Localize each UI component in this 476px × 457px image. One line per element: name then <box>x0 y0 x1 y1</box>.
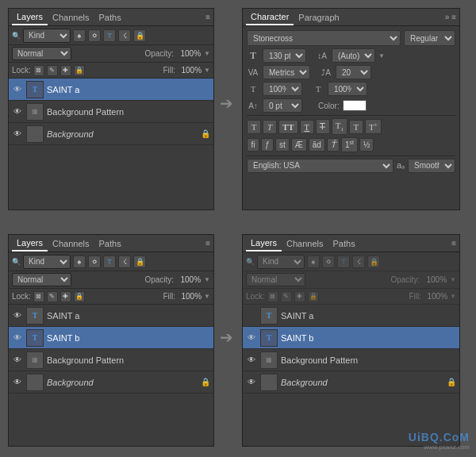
fill-arrow-tl[interactable]: ▼ <box>204 67 210 74</box>
lig-btn-2[interactable]: ƒ <box>261 138 274 152</box>
lig-btn-3[interactable]: st <box>275 138 290 152</box>
tab-paths-tl[interactable]: Paths <box>94 10 126 25</box>
filter-icon3[interactable]: T <box>103 29 116 42</box>
filter-i5-br[interactable]: 🔒 <box>367 255 380 268</box>
lig-btn-7[interactable]: 1st <box>341 137 358 152</box>
lock-px-btn-br[interactable]: ⊠ <box>267 291 278 302</box>
font-size-select[interactable]: 130 pt <box>263 48 306 63</box>
lock-px-btn[interactable]: ⊠ <box>33 65 44 76</box>
type-btn-regular[interactable]: T <box>247 120 261 134</box>
lock-all-btn-bl[interactable]: 🔒 <box>74 291 85 302</box>
eye-icon-br-2[interactable]: 👁 <box>246 332 257 344</box>
tab-layers-br[interactable]: Layers <box>246 236 282 252</box>
eye-icon-2[interactable]: 👁 <box>12 106 23 117</box>
layer-item-br-saint-b[interactable]: 👁 T SAINT b <box>243 327 459 349</box>
panel-menu-bl[interactable]: ≡ <box>205 239 210 248</box>
leading-select[interactable]: (Auto) <box>332 48 375 63</box>
filter-i3-br[interactable]: T <box>337 255 350 268</box>
baseline-select[interactable]: 0 pt <box>263 98 302 113</box>
filter-i1-bl[interactable]: ♠ <box>73 255 86 268</box>
tab-layers-tl[interactable]: Layers <box>12 10 48 25</box>
lock-move-btn-bl[interactable]: ✚ <box>60 291 71 302</box>
horiz-scale-select[interactable]: 100% <box>328 82 367 96</box>
blend-select-br[interactable]: Normal <box>246 273 305 286</box>
eye-icon-br-1[interactable]: 👁 <box>246 310 257 321</box>
tab-layers-bl[interactable]: Layers <box>12 236 48 252</box>
fill-arrow-br[interactable]: ▼ <box>450 293 456 300</box>
vert-scale-select[interactable]: 100% <box>263 82 302 96</box>
layer-item-bl-saint-b[interactable]: 👁 T SAINT b <box>9 327 213 349</box>
filter-icon5[interactable]: 🔒 <box>133 29 146 42</box>
layer-item-br-saint-a[interactable]: 👁 T SAINT a <box>243 305 459 327</box>
lig-btn-1[interactable]: fi <box>247 138 259 152</box>
type-btn-allcaps[interactable]: T1 <box>332 118 347 135</box>
lig-btn-4[interactable]: Æ <box>291 138 307 152</box>
panel-menu-tr[interactable]: » ≡ <box>445 13 456 21</box>
opacity-arrow-tl[interactable]: ▼ <box>204 50 210 57</box>
eye-icon-br-3[interactable]: 👁 <box>246 355 257 366</box>
layer-item-saint-a[interactable]: 👁 T SAINT a <box>9 79 213 101</box>
panel-menu-br[interactable]: ≡ <box>451 239 456 248</box>
type-btn-bold[interactable]: TT <box>278 120 298 134</box>
font-family-select[interactable]: Stonecross <box>247 30 401 46</box>
lock-move-btn[interactable]: ✚ <box>60 65 71 76</box>
filter-select-bl[interactable]: Kind <box>23 255 71 269</box>
opacity-arrow-bl[interactable]: ▼ <box>204 276 210 283</box>
filter-i5-bl[interactable]: 🔒 <box>133 255 146 268</box>
lock-brush-btn-bl[interactable]: ✎ <box>47 291 58 302</box>
tab-paths-br[interactable]: Paths <box>328 236 360 251</box>
tab-character-tr[interactable]: Character <box>246 10 294 25</box>
panel-menu-tl[interactable]: ≡ <box>205 13 210 21</box>
blend-select-bl[interactable]: Normal <box>12 273 71 286</box>
filter-icon4[interactable]: ☇ <box>118 29 131 42</box>
lock-move-btn-br[interactable]: ✚ <box>294 291 305 302</box>
eye-icon-3[interactable]: 👁 <box>12 129 23 140</box>
filter-i2-bl[interactable]: ⭘ <box>88 255 101 268</box>
eye-icon-bl-3[interactable]: 👁 <box>12 355 23 366</box>
filter-icon1[interactable]: ♠ <box>73 29 86 42</box>
eye-icon-br-4[interactable]: 👁 <box>246 377 257 388</box>
filter-i4-br[interactable]: ☇ <box>352 255 365 268</box>
layer-item-bl-bg-pattern[interactable]: 👁 ▦ Background Pattern <box>9 349 213 371</box>
eye-icon-bl-4[interactable]: 👁 <box>12 377 23 388</box>
tab-paragraph-tr[interactable]: Paragraph <box>294 10 344 25</box>
filter-i3-bl[interactable]: T <box>103 255 116 268</box>
layer-item-background[interactable]: 👁 Background 🔒 <box>9 123 213 145</box>
tab-channels-tl[interactable]: Channels <box>48 10 94 25</box>
opacity-arrow-br[interactable]: ▼ <box>450 276 456 283</box>
layer-item-br-bg-pattern[interactable]: 👁 ▦ Background Pattern <box>243 349 459 371</box>
eye-icon-1[interactable]: 👁 <box>12 84 23 95</box>
leading-arrow[interactable]: ▼ <box>378 52 385 60</box>
filter-i1-br[interactable]: ♠ <box>307 255 320 268</box>
layer-item-bl-saint-a[interactable]: 👁 T SAINT a <box>9 305 213 327</box>
type-btn-smallcaps[interactable]: T <box>349 120 363 134</box>
tab-paths-bl[interactable]: Paths <box>94 236 126 251</box>
filter-i2-br[interactable]: ⭘ <box>322 255 335 268</box>
layer-item-bg-pattern[interactable]: 👁 ▦ Background Pattern <box>9 101 213 123</box>
layer-item-br-background[interactable]: 👁 Background 🔒 <box>243 371 459 394</box>
color-swatch[interactable] <box>343 100 367 111</box>
lig-btn-6[interactable]: T̄ <box>327 138 340 152</box>
filter-i4-bl[interactable]: ☇ <box>118 255 131 268</box>
tracking-select[interactable]: 20 <box>336 65 371 79</box>
fill-arrow-bl[interactable]: ▼ <box>204 293 210 300</box>
filter-select-br[interactable]: Kind <box>257 255 305 269</box>
kerning-select[interactable]: Metrics <box>263 65 310 79</box>
lock-px-btn-bl[interactable]: ⊠ <box>33 291 44 302</box>
blend-select-tl[interactable]: Normal <box>12 47 71 60</box>
eye-icon-bl-1[interactable]: 👁 <box>12 310 23 321</box>
lock-all-btn-br[interactable]: 🔒 <box>308 291 319 302</box>
language-select[interactable]: English: USA <box>247 159 393 173</box>
type-btn-superscript[interactable]: T± <box>365 119 382 134</box>
type-btn-italic[interactable]: T <box>263 120 277 134</box>
layer-item-bl-background[interactable]: 👁 Background 🔒 <box>9 371 213 394</box>
lock-brush-btn-br[interactable]: ✎ <box>281 291 292 302</box>
lock-brush-btn[interactable]: ✎ <box>47 65 58 76</box>
eye-icon-bl-2[interactable]: 👁 <box>12 332 23 344</box>
type-btn-strikethrough[interactable]: T̶ <box>316 119 330 134</box>
filter-select-tl[interactable]: Kind <box>23 29 71 43</box>
lig-btn-8[interactable]: ½ <box>359 138 374 152</box>
font-style-select[interactable]: Regular <box>404 30 455 46</box>
antialias-select[interactable]: Smooth <box>408 159 455 173</box>
type-btn-underline[interactable]: T <box>300 120 314 134</box>
